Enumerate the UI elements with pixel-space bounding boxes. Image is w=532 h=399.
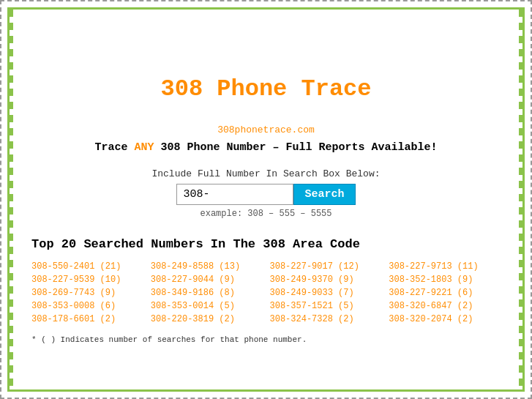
page-title: 308 Phone Trace xyxy=(31,75,501,102)
search-input[interactable] xyxy=(176,184,293,205)
tagline: Trace ANY 308 Phone Number – Full Report… xyxy=(31,141,501,154)
phone-number-link[interactable]: 308-550-2401 (21) xyxy=(31,261,143,272)
phone-number-link[interactable]: 308-249-9033 (7) xyxy=(270,288,382,298)
phone-number-link[interactable]: 308-249-8588 (13) xyxy=(151,261,263,272)
phone-number-link[interactable]: 308-353-0008 (6) xyxy=(31,301,143,311)
top-numbers-title: Top 20 Searched Numbers In The 308 Area … xyxy=(31,237,501,251)
phone-number-link[interactable]: 308-227-9713 (11) xyxy=(389,261,501,272)
tagline-any: ANY xyxy=(134,141,154,154)
search-example: example: 308 – 555 – 5555 xyxy=(31,209,501,219)
site-url: 308phonetrace.com xyxy=(31,124,501,135)
phone-number-link[interactable]: 308-349-9186 (8) xyxy=(151,288,263,298)
phone-number-link[interactable]: 308-220-3819 (2) xyxy=(151,314,263,324)
phone-number-link[interactable]: 308-320-6847 (2) xyxy=(389,301,501,311)
footnote: * ( ) Indicates number of searches for t… xyxy=(31,335,501,344)
search-section: Include Full Number In Search Box Below:… xyxy=(31,168,501,219)
phone-number-link[interactable]: 308-227-9221 (6) xyxy=(389,288,501,298)
phone-number-link[interactable]: 308-357-1521 (5) xyxy=(270,301,382,311)
phone-number-link[interactable]: 308-227-9044 (9) xyxy=(151,275,263,285)
search-row: Search xyxy=(31,184,501,205)
phone-number-link[interactable]: 308-178-6601 (2) xyxy=(31,314,143,324)
phone-number-link[interactable]: 308-249-9370 (9) xyxy=(270,275,382,285)
phone-number-link[interactable]: 308-320-2074 (2) xyxy=(389,314,501,324)
tagline-suffix: 308 Phone Number – Full Reports Availabl… xyxy=(154,141,437,154)
search-label: Include Full Number In Search Box Below: xyxy=(31,168,501,179)
phone-number-link[interactable]: 308-352-1803 (9) xyxy=(389,275,501,285)
phone-number-link[interactable]: 308-324-7328 (2) xyxy=(270,314,382,324)
phone-number-link[interactable]: 308-227-9539 (10) xyxy=(31,275,143,285)
tagline-prefix: Trace xyxy=(94,141,134,154)
phone-number-link[interactable]: 308-269-7743 (9) xyxy=(31,288,143,298)
search-button[interactable]: Search xyxy=(293,184,355,205)
phone-numbers-grid: 308-550-2401 (21)308-249-8588 (13)308-22… xyxy=(31,261,501,324)
phone-number-link[interactable]: 308-227-9017 (12) xyxy=(270,261,382,272)
phone-number-link[interactable]: 308-353-0014 (5) xyxy=(151,301,263,311)
